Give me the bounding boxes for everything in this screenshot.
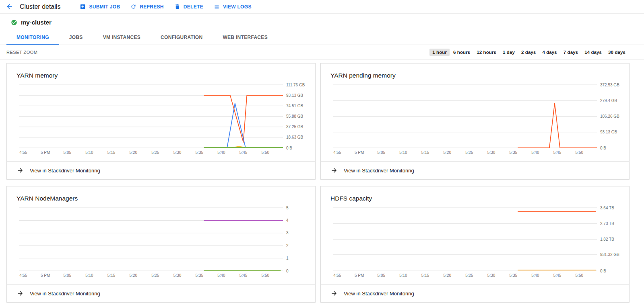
stackdriver-link-yarn-pending-memory[interactable]: View in Stackdriver Monitoring [321, 161, 629, 179]
header: Cluster details SUBMIT JOB REFRESH DELET… [0, 0, 644, 14]
x-tick-label: 5:30 [487, 273, 495, 278]
chart-canvas-yarn-nodemanagers: 5432104:555 PM5:055:105:155:205:255:305:… [17, 203, 305, 279]
x-tick-label: 5:10 [399, 150, 407, 155]
chart-title-yarn-nodemanagers: YARN NodeManagers [7, 186, 315, 203]
page-title: Cluster details [20, 3, 60, 10]
x-tick-label: 5:20 [444, 273, 452, 278]
x-tick-label: 5 PM [41, 150, 50, 155]
x-tick-label: 5:10 [85, 150, 93, 155]
stackdriver-link-label: View in Stackdriver Monitoring [30, 291, 100, 297]
tab-vm-instances[interactable]: VM INSTANCES [93, 30, 151, 45]
cluster-name: my-cluster [21, 19, 52, 26]
chart-area-hdfs-capacity: 3.64 TB2.73 TB1.82 TB931.32 GB0 B4:555 P… [321, 203, 629, 279]
chart-area-yarn-nodemanagers: 5432104:555 PM5:055:105:155:205:255:305:… [7, 203, 315, 279]
delete-button[interactable]: DELETE [174, 4, 203, 10]
stackdriver-link-yarn-memory[interactable]: View in Stackdriver Monitoring [7, 161, 315, 179]
y-tick-label: 93.13 GB [600, 130, 617, 134]
view-logs-label: VIEW LOGS [223, 4, 252, 10]
time-range-7-days[interactable]: 7 days [561, 49, 581, 56]
x-tick-label: 5:05 [378, 273, 386, 278]
y-tick-label: 0 B [600, 269, 606, 273]
x-tick-label: 5:30 [173, 273, 182, 278]
time-range-1-day[interactable]: 1 day [500, 49, 518, 56]
chart-title-yarn-pending-memory: YARN pending memory [321, 63, 629, 80]
stackdriver-link-hdfs-capacity[interactable]: View in Stackdriver Monitoring [321, 284, 629, 302]
x-tick-label: 5:35 [196, 150, 204, 155]
time-range-1-hour[interactable]: 1 hour [429, 49, 450, 56]
chart-card-yarn-nodemanagers: YARN NodeManagers5432104:555 PM5:055:105… [6, 186, 316, 303]
back-arrow-icon [6, 3, 13, 10]
x-tick-label: 5 PM [41, 273, 50, 278]
chart-toolbar: RESET ZOOM 1 hour6 hours12 hours1 day2 d… [0, 45, 644, 60]
x-tick-label: 5:45 [239, 150, 248, 155]
time-range-2-days[interactable]: 2 days [518, 49, 539, 56]
y-tick-label: 186.26 GB [600, 114, 619, 119]
x-tick-label: 5:35 [510, 273, 518, 278]
y-tick-label: 2 [286, 244, 289, 248]
time-range-30-days[interactable]: 30 days [605, 49, 628, 56]
y-tick-label: 111.76 GB [286, 83, 305, 87]
refresh-icon [130, 4, 136, 10]
submit-job-button[interactable]: SUBMIT JOB [80, 4, 120, 10]
tab-configuration[interactable]: CONFIGURATION [151, 30, 213, 45]
x-tick-label: 5:15 [107, 150, 116, 155]
y-tick-label: 0 [286, 269, 289, 273]
x-tick-label: 5:15 [107, 273, 116, 278]
y-tick-label: 55.88 GB [286, 114, 303, 119]
time-range-selector: 1 hour6 hours12 hours1 day2 days4 days7 … [429, 49, 628, 56]
x-tick-label: 5:25 [151, 273, 159, 278]
back-button[interactable] [6, 3, 13, 10]
y-tick-label: 0 B [600, 146, 606, 150]
series-red [518, 103, 597, 148]
x-tick-label: 5:35 [196, 273, 204, 278]
tab-web-interfaces[interactable]: WEB INTERFACES [213, 30, 278, 45]
tab-monitoring[interactable]: MONITORING [6, 30, 59, 45]
x-tick-label: 5:50 [262, 150, 270, 155]
view-logs-button[interactable]: VIEW LOGS [214, 4, 252, 10]
x-tick-label: 5 PM [355, 150, 364, 155]
x-tick-label: 4:55 [333, 150, 341, 155]
x-tick-label: 5:40 [217, 150, 225, 155]
y-tick-label: 3.64 TB [600, 206, 614, 210]
y-tick-label: 3 [286, 231, 289, 235]
x-tick-label: 5:40 [217, 273, 225, 278]
y-tick-label: 93.13 GB [286, 93, 303, 98]
refresh-label: REFRESH [140, 4, 163, 10]
stackdriver-link-label: View in Stackdriver Monitoring [344, 291, 414, 297]
x-tick-label: 5:45 [553, 273, 561, 278]
time-range-14-days[interactable]: 14 days [582, 49, 605, 56]
x-tick-label: 5:10 [399, 273, 407, 278]
x-tick-label: 5:05 [378, 150, 386, 155]
stackdriver-link-yarn-nodemanagers[interactable]: View in Stackdriver Monitoring [7, 284, 315, 302]
tab-jobs[interactable]: JOBS [59, 30, 93, 45]
x-tick-label: 5 PM [355, 273, 364, 278]
refresh-button[interactable]: REFRESH [130, 4, 163, 10]
stackdriver-link-label: View in Stackdriver Monitoring [344, 168, 414, 174]
x-tick-label: 5:45 [553, 150, 561, 155]
y-tick-label: 372.53 GB [600, 83, 619, 87]
delete-icon [174, 4, 180, 10]
chart-area-yarn-pending-memory: 372.53 GB279.4 GB186.26 GB93.13 GB0 B4:5… [321, 80, 629, 156]
charts-grid: YARN memory111.76 GB93.13 GB74.51 GB55.8… [6, 63, 628, 303]
y-tick-label: 931.32 GB [600, 252, 619, 257]
x-tick-label: 4:55 [19, 273, 27, 278]
x-tick-label: 5:40 [531, 150, 539, 155]
y-tick-label: 5 [286, 206, 289, 210]
time-range-12-hours[interactable]: 12 hours [474, 49, 499, 56]
x-tick-label: 5:25 [465, 273, 473, 278]
x-tick-label: 4:55 [19, 150, 27, 155]
reset-zoom-button[interactable]: RESET ZOOM [6, 50, 38, 55]
y-tick-label: 0 B [286, 146, 292, 150]
series-red [204, 95, 283, 142]
chart-area-yarn-memory: 111.76 GB93.13 GB74.51 GB55.88 GB37.25 G… [7, 80, 315, 156]
x-tick-label: 5:25 [151, 150, 159, 155]
cluster-row: my-cluster [0, 14, 644, 30]
x-tick-label: 5:20 [130, 273, 138, 278]
time-range-6-hours[interactable]: 6 hours [450, 49, 473, 56]
y-tick-label: 2.73 TB [600, 221, 614, 226]
x-tick-label: 4:55 [333, 273, 341, 278]
time-range-4-days[interactable]: 4 days [539, 49, 559, 56]
header-actions: SUBMIT JOB REFRESH DELETE VIEW LOGS [80, 4, 251, 10]
y-tick-label: 4 [286, 218, 289, 223]
x-tick-label: 5:35 [510, 150, 518, 155]
